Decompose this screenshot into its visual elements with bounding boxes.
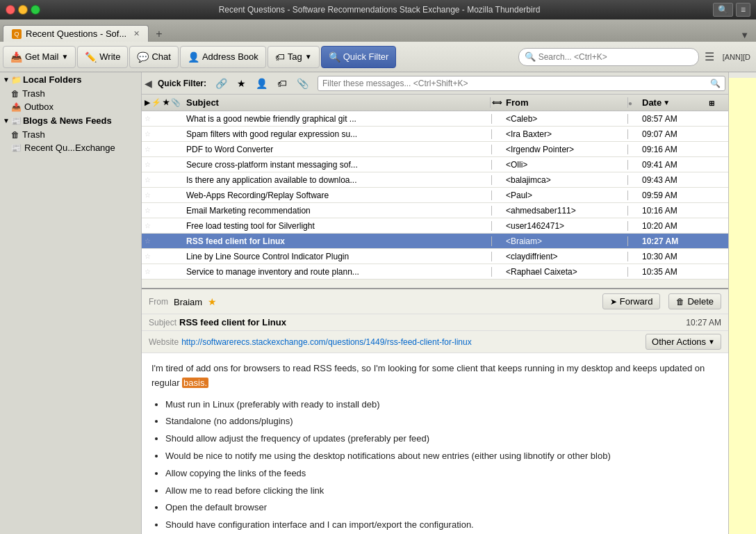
email-from: <ahmedsaber111> [503,206,628,216]
get-mail-dropdown-icon[interactable]: ▼ [61,53,68,60]
chat-button[interactable]: 💬 Chat [129,46,178,68]
email-row[interactable]: ☆ Web-Apps Recording/Replay Software <Pa… [142,188,728,203]
message-subject: RSS feed client for Linux [179,317,686,327]
close-button[interactable] [6,5,15,15]
sidebar-item-trash-local[interactable]: 🗑 Trash [0,87,141,100]
new-tab-button[interactable]: + [151,26,166,42]
collapse-icon: ▼ [3,76,10,83]
filter-search-button[interactable]: 🔍 [710,79,721,88]
star-icon[interactable]: ☆ [145,207,151,214]
expand-column-header: ⊞ [709,97,728,108]
star-icon[interactable]: ☆ [145,191,151,199]
subject-column-header[interactable]: Subject [183,97,491,108]
star-icon[interactable]: ☆ [145,176,151,184]
star-icon[interactable]: ☆ [145,161,151,168]
local-folders-label: Local Folders [23,74,82,85]
tab-close-icon[interactable]: ✕ [133,29,140,38]
email-row[interactable]: ☆ Line by Line Source Control Indicator … [142,249,728,264]
panel-text-14: Linux [728,265,753,277]
email-from: <Caleb> [503,114,628,124]
other-actions-dropdown-icon: ▼ [708,338,715,346]
forward-icon: ➤ [610,297,617,307]
filter-back-icon[interactable]: ◀ [145,78,152,89]
tag-button[interactable]: 🏷 Tag ▼ [268,46,320,68]
app-menu-button[interactable]: ☰ [700,47,718,66]
filter-bar: ◀ Quick Filter: 🔗 ★ 👤 🏷 📎 🔍 [142,72,728,95]
date-sort-icon: ▼ [663,99,670,106]
search-toolbar-btn[interactable]: 🔍 [713,3,733,17]
folder-group-icon: 📁 [11,75,22,85]
email-row-selected[interactable]: ☆ RSS feed client for Linux <Braiam> 10:… [142,234,728,249]
email-from: <balajimca> [503,175,628,185]
filter-search-input[interactable] [322,79,710,88]
sidebar-item-blogs-news-feeds[interactable]: ▼ 📰 Blogs & News Feeds [0,113,141,128]
tab-list-button[interactable]: ▼ [736,29,753,42]
panel-text-6: wer [728,152,753,164]
list-item: Should allow adjust the frequency of upd… [165,432,718,446]
star-icon[interactable]: ☆ [145,222,151,229]
date-column-header[interactable]: Date ▼ [639,97,709,108]
star-icon[interactable]: ☆ [145,130,151,138]
filter-contact-icon[interactable]: 👤 [252,76,271,91]
quick-filter-button[interactable]: 🔍 Quick Filter [321,46,397,68]
address-book-label: Address Book [202,51,258,62]
menu-toolbar-btn[interactable]: ≡ [736,3,750,17]
email-row[interactable]: ☆ Free load testing tool for Silverlight… [142,218,728,234]
panel-text-16: erant [728,295,753,307]
email-subject: Email Marketing recommendation [183,206,492,216]
email-row[interactable]: ☆ PDF to Word Converter <Irgendw Pointer… [142,142,728,157]
email-from: <Raphael Caixeta> [503,267,628,277]
window-controls[interactable] [6,5,40,15]
email-row[interactable]: ☆ Spam filters with good regular express… [142,127,728,142]
outbox-label: Outbox [24,102,54,112]
sidebar-item-outbox[interactable]: 📤 Outbox [0,100,141,113]
get-mail-button[interactable]: 📥 Get Mail ▼ [3,46,76,68]
minimize-button[interactable] [18,5,28,15]
email-row[interactable]: ☆ Service to manage inventory and route … [142,264,728,280]
outbox-icon: 📤 [11,102,22,112]
email-dot [628,175,639,185]
from-column-header[interactable]: From [503,97,628,108]
forward-button[interactable]: ➤ Forward [602,293,661,309]
panel-text-5: wrong! [728,138,753,149]
filter-link-icon[interactable]: 🔗 [212,76,231,91]
email-date: 10:27 AM [639,236,709,246]
search-box[interactable]: 🔍 [518,48,699,66]
star-icon[interactable]: ☆ [145,115,151,122]
filter-search-box[interactable]: 🔍 [318,76,725,91]
email-row[interactable]: ☆ Secure cross-platform instant messagin… [142,157,728,172]
email-row[interactable]: ☆ Is there any application available to … [142,172,728,188]
sidebar-item-recent-questions[interactable]: 📰 Recent Qu...Exchange [0,141,141,154]
panel-text-1: oly [728,82,753,94]
tag-dropdown-icon[interactable]: ▼ [305,53,312,60]
write-button[interactable]: ✏️ Write [77,46,128,68]
other-actions-button[interactable]: Other Actions ▼ [646,334,721,350]
email-row[interactable]: ☆ What is a good newbie friendly graphic… [142,111,728,127]
search-input[interactable] [539,52,693,62]
filter-attachment-icon[interactable]: 📎 [293,76,312,91]
address-book-button[interactable]: 👤 Address Book [180,46,266,68]
star-icon[interactable]: ☆ [145,268,151,275]
email-date: 09:07 AM [639,129,709,139]
sidebar-item-local-folders[interactable]: ▼ 📁 Local Folders [0,72,141,87]
from-star-icon[interactable]: ★ [208,296,217,307]
email-row[interactable]: ☆ Email Marketing recommendation <ahmeds… [142,203,728,218]
star-icon[interactable]: ☆ [145,252,151,260]
dot-column-header: ● [628,97,639,108]
dot-header: ● [628,99,632,107]
star-icon[interactable]: ☆ [145,237,151,245]
filter-label: Quick Filter: [155,79,209,88]
website-link[interactable]: http://softwarerecs.stackexchange.com/qu… [181,337,646,347]
email-from: <Ira Baxter> [503,129,628,139]
sidebar-item-trash-blogs[interactable]: 🗑 Trash [0,128,141,141]
maximize-button[interactable] [31,5,40,15]
filter-tag-icon[interactable]: 🏷 [274,76,290,91]
tab-recent-questions[interactable]: Q Recent Questions - Sof... ✕ [3,25,149,42]
list-item: Allow me to read before clicking the lin… [165,484,718,499]
list-item: Open the default browser [165,501,718,515]
row-icons: ☆ [142,176,183,184]
filter-star-icon[interactable]: ★ [233,76,249,91]
email-date: 08:57 AM [639,114,709,124]
delete-button[interactable]: 🗑 Delete [668,293,721,309]
star-icon[interactable]: ☆ [145,145,151,153]
